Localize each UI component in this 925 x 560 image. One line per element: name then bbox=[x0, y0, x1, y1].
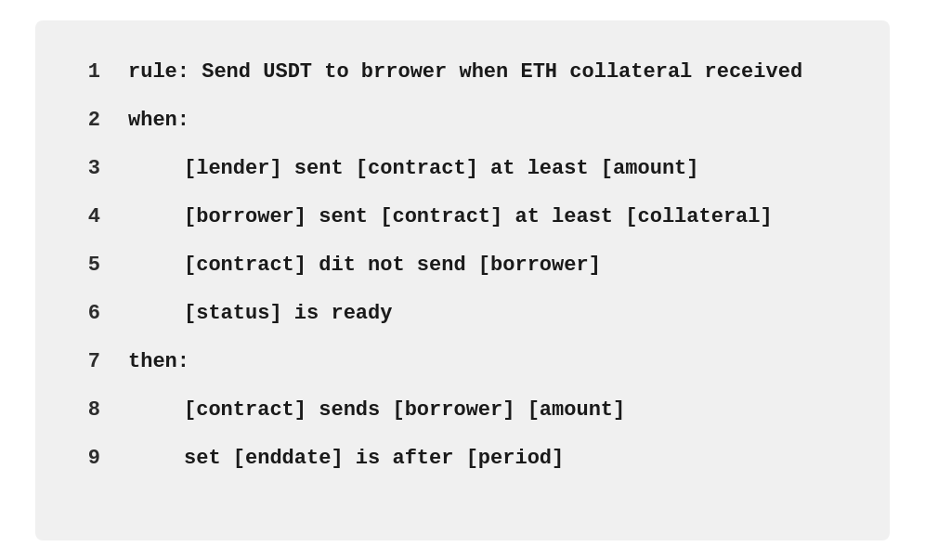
code-line: 5[contract] dit not send [borrower] bbox=[54, 241, 853, 290]
code-line: 9set [enddate] is after [period] bbox=[54, 435, 853, 483]
line-number: 6 bbox=[54, 290, 128, 338]
line-number: 9 bbox=[54, 435, 128, 483]
code-line: 6[status] is ready bbox=[54, 290, 853, 338]
code-line: 8[contract] sends [borrower] [amount] bbox=[54, 386, 853, 435]
line-number: 3 bbox=[54, 145, 128, 193]
code-line: 3[lender] sent [contract] at least [amou… bbox=[54, 145, 853, 193]
line-content: set [enddate] is after [period] bbox=[128, 435, 564, 483]
line-number: 8 bbox=[54, 386, 128, 435]
line-content: [contract] dit not send [borrower] bbox=[128, 241, 601, 290]
code-line: 2when: bbox=[54, 97, 853, 145]
code-line: 1rule: Send USDT to brrower when ETH col… bbox=[54, 48, 853, 97]
line-content: [contract] sends [borrower] [amount] bbox=[128, 386, 625, 435]
line-number: 7 bbox=[54, 338, 128, 386]
code-block: 1rule: Send USDT to brrower when ETH col… bbox=[35, 20, 890, 540]
line-content: [lender] sent [contract] at least [amoun… bbox=[128, 145, 699, 193]
line-number: 5 bbox=[54, 241, 128, 290]
line-number: 4 bbox=[54, 193, 128, 241]
code-line: 7then: bbox=[54, 338, 853, 386]
line-content: rule: Send USDT to brrower when ETH coll… bbox=[128, 48, 802, 97]
line-content: [status] is ready bbox=[128, 290, 392, 338]
line-content: [borrower] sent [contract] at least [col… bbox=[128, 193, 773, 241]
line-number: 2 bbox=[54, 97, 128, 145]
line-content: when: bbox=[128, 97, 189, 145]
code-line: 4[borrower] sent [contract] at least [co… bbox=[54, 193, 853, 241]
line-content: then: bbox=[128, 338, 189, 386]
line-number: 1 bbox=[54, 48, 128, 97]
